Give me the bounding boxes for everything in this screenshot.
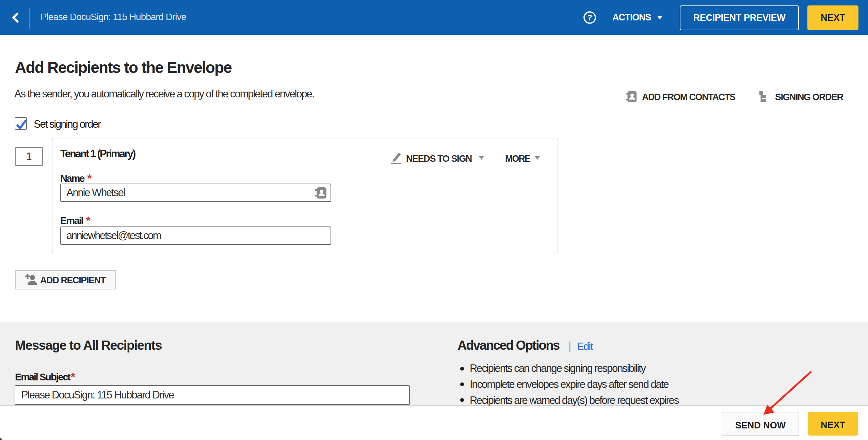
svg-text:?: ?: [587, 13, 592, 22]
